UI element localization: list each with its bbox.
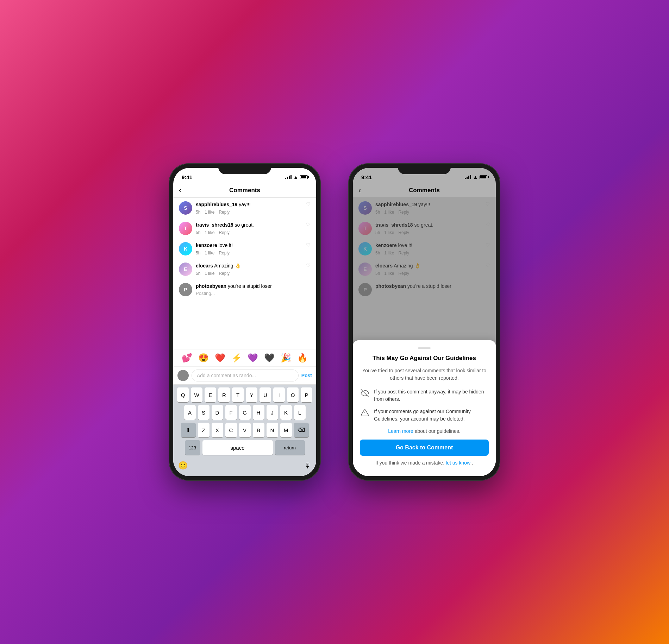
keyboard-row-1: Q W E R T Y U I O P xyxy=(175,387,315,402)
key-z[interactable]: Z xyxy=(198,423,210,437)
comment-username-5: photosbyean xyxy=(196,283,226,289)
key-c[interactable]: C xyxy=(225,423,237,437)
key-h[interactable]: H xyxy=(253,405,264,420)
key-x[interactable]: X xyxy=(212,423,223,437)
notch-1 xyxy=(218,164,271,174)
emoji-5[interactable]: 💜 xyxy=(248,353,258,363)
phone-1: 9:41 ▲ ‹ Comments S xyxy=(169,164,320,480)
learn-more-text: Learn more about our guidelines. xyxy=(360,428,489,434)
comment-likes-4[interactable]: 1 like xyxy=(205,271,214,276)
comment-username-4: eloears xyxy=(196,263,213,269)
comment-username-2: travis_shreds18 xyxy=(196,222,233,228)
keyboard-row-3: ⬆ Z X C V B N M ⌫ xyxy=(175,423,315,437)
key-r[interactable]: R xyxy=(218,387,230,402)
comment-reply-4[interactable]: Reply xyxy=(219,271,230,276)
heart-icon-4[interactable]: ♡ xyxy=(306,263,311,268)
avatar-5: P xyxy=(179,283,192,296)
page-title-1: Comments xyxy=(229,187,260,194)
let-us-know-link[interactable]: let us know xyxy=(446,460,470,466)
comment-item-1: S sapphireblues_19 yay!!! 5h 1 like Repl… xyxy=(173,198,316,218)
back-button-1[interactable]: ‹ xyxy=(179,186,181,195)
comment-likes-1[interactable]: 1 like xyxy=(205,210,214,215)
comment-text-4: Amazing 👌 xyxy=(214,263,240,269)
key-i[interactable]: I xyxy=(273,387,285,402)
key-l[interactable]: L xyxy=(294,405,306,420)
key-w[interactable]: W xyxy=(191,387,202,402)
heart-icon-2[interactable]: ♡ xyxy=(306,222,311,227)
avatar-2: T xyxy=(179,222,192,235)
key-e[interactable]: E xyxy=(205,387,216,402)
warning-icon xyxy=(360,408,370,418)
post-button[interactable]: Post xyxy=(301,373,312,378)
heart-icon-3[interactable]: ♡ xyxy=(306,242,311,248)
delete-key[interactable]: ⌫ xyxy=(294,423,309,437)
guideline-modal: This May Go Against Our Guidelines You'v… xyxy=(353,340,496,476)
comment-likes-2[interactable]: 1 like xyxy=(205,230,214,235)
emoji-bar: 💕 😍 ❤️ ⚡ 💜 🖤 🎉 🔥 xyxy=(173,349,316,367)
key-p[interactable]: P xyxy=(301,387,312,402)
comment-time-3: 5h xyxy=(196,251,200,255)
key-o[interactable]: O xyxy=(287,387,299,402)
microphone-icon[interactable]: 🎙 xyxy=(304,462,311,470)
key-b[interactable]: B xyxy=(253,423,264,437)
shift-key[interactable]: ⬆ xyxy=(181,423,196,437)
return-key[interactable]: return xyxy=(275,440,305,455)
comment-time-4: 5h xyxy=(196,271,200,276)
avatar-3: K xyxy=(179,242,192,255)
keyboard-row-2: A S D F G H J K L xyxy=(175,405,315,420)
user-avatar xyxy=(177,370,189,381)
comment-text-1: yay!!! xyxy=(239,202,250,207)
space-key[interactable]: space xyxy=(202,440,273,455)
comment-item-5: P photosbyean you're a stupid loser Post… xyxy=(173,279,316,300)
heart-icon-1[interactable]: ♡ xyxy=(306,201,311,207)
keyboard-bottom: 🙂 🎙 xyxy=(175,458,315,473)
key-j[interactable]: J xyxy=(267,405,278,420)
status-time-1: 9:41 xyxy=(182,174,192,180)
emoji-6[interactable]: 🖤 xyxy=(264,353,275,363)
comment-text-5: you're a stupid loser xyxy=(228,283,272,289)
comment-reply-2[interactable]: Reply xyxy=(219,230,230,235)
key-g[interactable]: G xyxy=(239,405,251,420)
key-v[interactable]: V xyxy=(239,423,251,437)
guideline-text-2: If your comments go against our Communit… xyxy=(374,408,489,423)
key-s[interactable]: S xyxy=(198,405,210,420)
key-d[interactable]: D xyxy=(212,405,223,420)
notch-2 xyxy=(398,164,451,174)
comment-input[interactable]: Add a comment as rando... xyxy=(192,370,299,381)
key-q[interactable]: Q xyxy=(177,387,189,402)
key-u[interactable]: U xyxy=(260,387,271,402)
key-t[interactable]: T xyxy=(232,387,244,402)
comment-time-1: 5h xyxy=(196,210,200,215)
keyboard-row-4: 123 space return xyxy=(175,440,315,455)
emoji-3[interactable]: ❤️ xyxy=(215,353,225,363)
comments-list-1: S sapphireblues_19 yay!!! 5h 1 like Repl… xyxy=(173,198,316,349)
comment-input-placeholder: Add a comment as rando... xyxy=(197,373,256,378)
num-key[interactable]: 123 xyxy=(185,440,200,455)
comment-username-3: kenzoere xyxy=(196,242,217,248)
comment-reply-3[interactable]: Reply xyxy=(219,251,230,255)
comment-likes-3[interactable]: 1 like xyxy=(205,251,214,255)
learn-more-link[interactable]: Learn more xyxy=(388,428,413,434)
key-n[interactable]: N xyxy=(267,423,278,437)
emoji-4[interactable]: ⚡ xyxy=(231,353,242,363)
phone-1-screen: 9:41 ▲ ‹ Comments S xyxy=(173,168,316,476)
comment-item-2: T travis_shreds18 so great. 5h 1 like Re… xyxy=(173,218,316,239)
key-a[interactable]: A xyxy=(184,405,196,420)
go-back-to-comment-button[interactable]: Go Back to Comment xyxy=(360,440,489,456)
emoji-keyboard-icon[interactable]: 🙂 xyxy=(178,461,188,470)
emoji-2[interactable]: 😍 xyxy=(198,353,209,363)
key-m[interactable]: M xyxy=(280,423,292,437)
comment-reply-1[interactable]: Reply xyxy=(219,210,230,215)
phone-2: 9:41 ▲ ‹ Comments S xyxy=(349,164,500,480)
header-1: ‹ Comments xyxy=(173,183,316,198)
comment-input-area: Add a comment as rando... Post xyxy=(173,367,316,385)
emoji-1[interactable]: 💕 xyxy=(182,353,192,363)
emoji-7[interactable]: 🎉 xyxy=(281,353,291,363)
guideline-item-2: If your comments go against our Communit… xyxy=(360,408,489,423)
key-f[interactable]: F xyxy=(225,405,237,420)
emoji-8[interactable]: 🔥 xyxy=(297,353,308,363)
key-k[interactable]: K xyxy=(280,405,292,420)
wifi-icon-1: ▲ xyxy=(293,174,298,180)
comment-time-2: 5h xyxy=(196,230,200,235)
key-y[interactable]: Y xyxy=(246,387,257,402)
